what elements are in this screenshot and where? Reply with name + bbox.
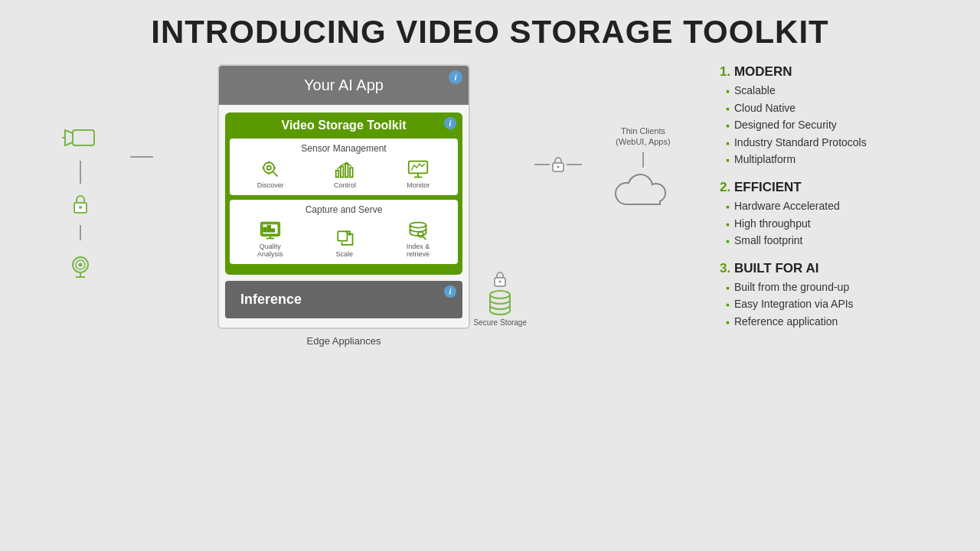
sensor-management-title: Sensor Management <box>233 143 455 154</box>
svg-point-40 <box>557 166 560 168</box>
feature-item: Built from the ground-up <box>726 279 949 297</box>
page-title: INTRODUCING VIDEO STORAGE TOOLKIT <box>151 14 829 51</box>
quality-icon <box>258 220 283 241</box>
svg-point-12 <box>267 166 271 170</box>
left-icons <box>31 64 130 279</box>
feature-item: Multiplatform <box>726 152 949 169</box>
svg-point-35 <box>418 232 423 237</box>
svg-point-7 <box>79 263 83 267</box>
svg-rect-17 <box>335 171 338 178</box>
feature-section-title: 2. EFFICIENT <box>720 180 949 195</box>
database-icon <box>487 289 513 317</box>
svg-point-4 <box>79 206 82 209</box>
feature-items-list: ScalableCloud NativeDesigned for Securit… <box>720 83 949 169</box>
connector-line-v2 <box>80 225 81 240</box>
sensor-icon-row: Discover C <box>233 158 455 189</box>
feature-items-list: Built from the ground-upEasy Integration… <box>720 279 949 331</box>
secure-storage-label: Secure Storage <box>474 318 528 327</box>
control-item: Control <box>333 158 358 189</box>
center-diagram: Your AI App Video Storage Toolkit Sensor… <box>153 64 534 347</box>
svg-rect-18 <box>340 167 343 178</box>
control-icon <box>333 158 358 180</box>
cloud-icon <box>612 172 674 214</box>
sensor-management-box: Sensor Management <box>230 139 458 195</box>
feature-item: Cloud Native <box>726 100 949 118</box>
section-number: 3. <box>720 261 730 276</box>
sensor-icon <box>67 251 94 279</box>
left-connector <box>130 64 153 158</box>
feature-section-modern: 1. MODERNScalableCloud NativeDesigned fo… <box>720 64 949 169</box>
lock-icon-left <box>72 194 89 214</box>
discover-icon <box>258 158 283 180</box>
svg-rect-31 <box>338 231 347 240</box>
vst-title: Video Storage Toolkit <box>230 112 458 139</box>
your-ai-app-info-icon <box>449 70 462 84</box>
svg-rect-27 <box>267 226 270 232</box>
svg-point-10 <box>264 162 275 173</box>
secure-lock-icon <box>493 271 507 288</box>
connector-line-v1 <box>80 161 81 184</box>
your-ai-app-bar: Your AI App <box>219 66 469 105</box>
svg-marker-1 <box>65 130 73 145</box>
feature-section-title: 1. MODERN <box>720 64 949 80</box>
svg-rect-26 <box>263 228 266 232</box>
right-cloud-area: Thin Clients (WebUI, Apps) <box>582 64 704 214</box>
cloud-connector-v <box>642 152 644 168</box>
svg-point-38 <box>490 291 510 298</box>
inference-bar: Inference <box>225 281 462 318</box>
feature-section-built-for-ai: 3. BUILT FOR AIBuilt from the ground-upE… <box>720 261 949 331</box>
feature-item: High throughput <box>726 216 949 233</box>
discover-label: Discover <box>257 181 284 189</box>
capture-icon-row: Quality Analysis Scale <box>233 220 455 258</box>
edge-label: Edge Appliances <box>307 335 381 347</box>
inference-info-icon <box>444 285 456 298</box>
feature-items-list: Hardware AcceleratedHigh throughputSmall… <box>720 198 949 250</box>
monitor-label: Monitor <box>407 181 430 189</box>
monitor-item: Monitor <box>406 158 430 189</box>
index-label: Index & retrieve <box>407 243 430 258</box>
features-container: 1. MODERNScalableCloud NativeDesigned fo… <box>720 64 949 331</box>
thin-clients-label: Thin Clients (WebUI, Apps) <box>616 126 670 148</box>
feature-section-efficient: 2. EFFICIENTHardware AcceleratedHigh thr… <box>720 180 949 250</box>
page: INTRODUCING VIDEO STORAGE TOOLKIT <box>0 0 980 551</box>
discover-item: Discover <box>257 158 284 189</box>
svg-rect-20 <box>350 168 353 177</box>
feature-item: Scalable <box>726 83 949 100</box>
scale-item: Scale <box>332 227 357 258</box>
scale-icon <box>332 227 357 249</box>
right-connector <box>534 64 582 173</box>
svg-point-33 <box>410 223 426 228</box>
svg-line-11 <box>273 172 278 177</box>
vst-info-icon <box>444 117 456 129</box>
scale-label: Scale <box>335 250 353 258</box>
camera-icon <box>62 126 99 150</box>
svg-rect-28 <box>272 229 275 232</box>
vst-box: Video Storage Toolkit Sensor Management <box>225 112 462 275</box>
control-label: Control <box>334 181 356 189</box>
feature-item: Reference application <box>726 314 949 331</box>
feature-item: Designed for Security <box>726 117 949 135</box>
monitor-icon <box>406 158 430 180</box>
svg-point-37 <box>499 281 501 283</box>
content-row: Your AI App Video Storage Toolkit Sensor… <box>31 64 949 543</box>
feature-item: Industry Standard Protocols <box>726 135 949 152</box>
inference-label: Inference <box>240 292 302 307</box>
index-item: Index & retrieve <box>406 220 430 258</box>
section-number: 1. <box>720 64 730 79</box>
svg-rect-21 <box>409 161 428 174</box>
svg-rect-19 <box>345 164 348 178</box>
section-number: 2. <box>720 180 730 194</box>
diagram-outer: Your AI App Video Storage Toolkit Sensor… <box>217 64 470 329</box>
svg-rect-0 <box>73 130 94 145</box>
features-list: 1. MODERNScalableCloud NativeDesigned fo… <box>704 64 949 342</box>
feature-item: Hardware Accelerated <box>726 198 949 216</box>
feature-item: Small footprint <box>726 233 949 250</box>
capture-serve-title: Capture and Serve <box>233 204 455 215</box>
line-lock-icon <box>551 156 565 173</box>
secure-storage-area: Secure Storage <box>474 271 528 327</box>
quality-item: Quality Analysis <box>257 220 283 258</box>
capture-serve-box: Capture and Serve <box>230 200 458 264</box>
feature-item: Easy Integration via APIs <box>726 296 949 314</box>
feature-section-title: 3. BUILT FOR AI <box>720 261 949 276</box>
your-ai-app-label: Your AI App <box>304 77 384 93</box>
